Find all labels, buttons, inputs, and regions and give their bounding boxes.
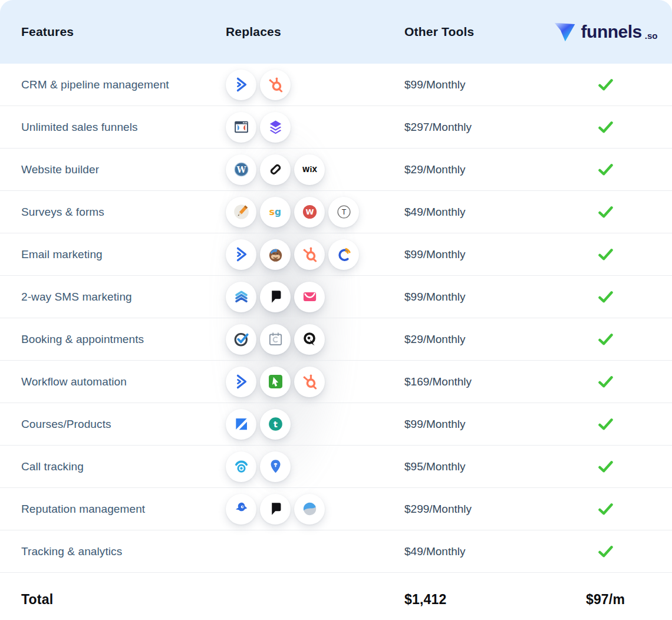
replaced-tools xyxy=(226,70,404,100)
squarespace-icon xyxy=(260,154,291,185)
included-checkmark-icon xyxy=(539,205,672,219)
activecampaign-icon xyxy=(226,239,256,270)
clickfunnels-icon xyxy=(226,112,256,143)
table-row: CRM & pipeline management$99/Monthly xyxy=(0,64,672,106)
feature-label: Call tracking xyxy=(0,460,226,473)
included-checkmark-icon xyxy=(539,545,672,558)
table-row: Tracking & analytics$49/Monthly xyxy=(0,530,672,573)
other-tools-price: $99/Monthly xyxy=(404,78,539,91)
svg-text:WiX: WiX xyxy=(302,166,317,174)
wufoo-icon: W xyxy=(294,197,325,227)
included-checkmark-icon xyxy=(539,248,672,261)
feature-label: Courses/Products xyxy=(0,418,226,431)
keap-icon xyxy=(260,367,291,397)
brand-name: funnels xyxy=(581,22,642,42)
table-row: Courses/Productst$99/Monthly xyxy=(0,403,672,446)
included-checkmark-icon xyxy=(539,78,672,91)
svg-text:g: g xyxy=(274,206,281,217)
total-row: Total $1,412 $97/m xyxy=(0,573,672,620)
replaced-tools xyxy=(226,282,404,312)
table-header: Features Replaces Other Tools funnels . xyxy=(0,0,672,64)
birdeye-icon xyxy=(226,494,256,525)
podium-icon xyxy=(260,494,291,525)
other-tools-price: $95/Monthly xyxy=(404,460,539,473)
kajabi-icon xyxy=(226,409,256,440)
hubspot-icon xyxy=(294,367,325,397)
brand-logo[interactable]: funnels .so xyxy=(539,21,672,43)
replaced-tools xyxy=(226,494,404,525)
feature-label: Tracking & analytics xyxy=(0,545,226,558)
table-row: 2-way SMS marketing$99/Monthly xyxy=(0,276,672,318)
included-checkmark-icon xyxy=(539,120,672,134)
other-tools-price: $49/Monthly xyxy=(404,206,539,219)
pink-envelope-icon xyxy=(294,282,325,312)
feature-label: Email marketing xyxy=(0,248,226,261)
table-row: Call tracking$95/Monthly xyxy=(0,446,672,488)
other-tools-total: $1,412 xyxy=(404,592,539,608)
hubspot-icon xyxy=(260,70,291,100)
other-tools-price: $29/Monthly xyxy=(404,333,539,346)
booking-check-icon xyxy=(226,324,256,355)
funnels-total: $97/m xyxy=(586,592,625,608)
replaced-tools xyxy=(226,451,404,482)
feature-label: Surveys & forms xyxy=(0,206,226,219)
feature-label: 2-way SMS marketing xyxy=(0,291,226,304)
other-tools-price: $99/Monthly xyxy=(404,291,539,304)
feature-label: Booking & appointments xyxy=(0,333,226,346)
other-tools-price: $169/Monthly xyxy=(404,375,539,388)
constantcontact-icon xyxy=(328,239,359,270)
table-row: Website builderWWiX$29/Monthly xyxy=(0,149,672,191)
call-pin-icon xyxy=(260,451,291,482)
svg-text:s: s xyxy=(269,206,274,217)
svg-text:t: t xyxy=(274,420,278,429)
replaced-tools xyxy=(226,112,404,143)
included-checkmark-icon xyxy=(539,163,672,176)
feature-label: CRM & pipeline management xyxy=(0,78,226,91)
replaced-tools: t xyxy=(226,409,404,440)
mailchimp-icon xyxy=(260,239,291,270)
included-checkmark-icon xyxy=(539,502,672,516)
pencil-survey-icon xyxy=(226,197,256,227)
leadpages-icon xyxy=(260,112,291,143)
replaced-tools xyxy=(226,324,404,355)
table-row: Booking & appointments$29/Monthly xyxy=(0,318,672,361)
typeform-icon: T xyxy=(328,197,359,227)
total-label: Total xyxy=(0,592,226,608)
svg-text:W: W xyxy=(236,165,246,174)
surveygizmo-icon: sg xyxy=(260,197,291,227)
wix-icon: WiX xyxy=(294,154,325,185)
activecampaign-icon xyxy=(226,367,256,397)
table-row: Reputation management$299/Monthly xyxy=(0,488,672,530)
table-row: Surveys & formssgWT$49/Monthly xyxy=(0,191,672,233)
teachable-icon: t xyxy=(260,409,291,440)
activecampaign-icon xyxy=(226,70,256,100)
included-checkmark-icon xyxy=(539,290,672,304)
feature-label: Unlimited sales funnels xyxy=(0,121,226,134)
brand-suffix: .so xyxy=(645,31,658,43)
table-row: Unlimited sales funnels$297/Monthly xyxy=(0,106,672,149)
feature-label: Website builder xyxy=(0,163,226,176)
included-checkmark-icon xyxy=(539,417,672,431)
funnel-gradient-icon xyxy=(554,21,576,43)
svg-text:T: T xyxy=(341,208,346,216)
column-header-other-tools: Other Tools xyxy=(404,25,539,39)
hubspot-icon xyxy=(294,239,325,270)
table-row: Workflow automation$169/Monthly xyxy=(0,361,672,403)
podium-icon xyxy=(260,282,291,312)
replaced-tools: sgWT xyxy=(226,197,404,227)
acuity-icon xyxy=(294,324,325,355)
included-checkmark-icon xyxy=(539,332,672,346)
calendly-icon xyxy=(260,324,291,355)
replaced-tools xyxy=(226,239,404,270)
replaced-tools: WWiX xyxy=(226,154,404,185)
feature-label: Reputation management xyxy=(0,503,226,516)
reputation-swirl-icon xyxy=(294,494,325,525)
column-header-features: Features xyxy=(0,25,226,39)
included-checkmark-icon xyxy=(539,375,672,388)
other-tools-price: $49/Monthly xyxy=(404,545,539,558)
table-body: CRM & pipeline management$99/MonthlyUnli… xyxy=(0,64,672,573)
other-tools-price: $299/Monthly xyxy=(404,503,539,516)
callrail-icon xyxy=(226,451,256,482)
other-tools-price: $29/Monthly xyxy=(404,163,539,176)
replaced-tools xyxy=(226,367,404,397)
